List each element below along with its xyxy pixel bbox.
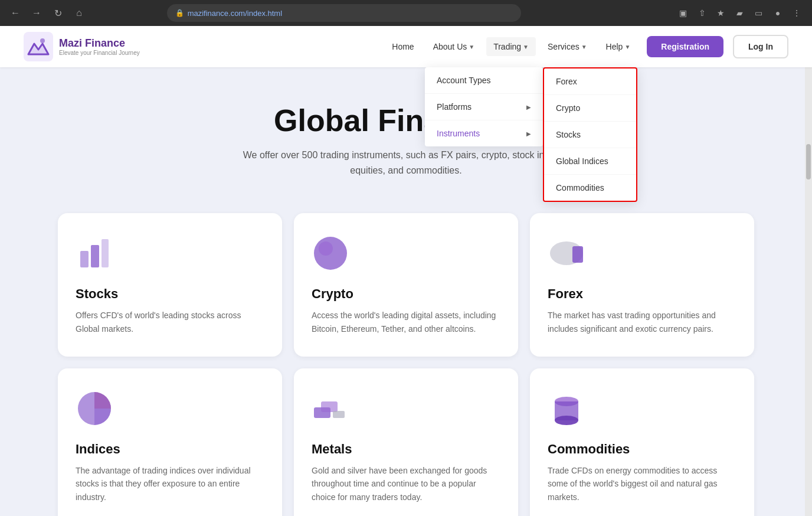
platforms-chevron: ▶ [526, 104, 531, 110]
reload-button[interactable]: ↻ [50, 5, 66, 21]
svg-rect-0 [24, 32, 53, 61]
profile-icon[interactable]: ● [770, 5, 786, 21]
stocks-icon [76, 234, 113, 272]
login-button[interactable]: Log In [733, 35, 788, 58]
dropdown-account-types[interactable]: Account Types [425, 67, 543, 94]
website: Mazi Finance Elevate your Financial Jour… [0, 26, 812, 516]
extensions-icon[interactable]: ▰ [732, 5, 748, 21]
stocks-title: Stocks [76, 286, 264, 302]
nav-links: Home About Us ▼ Trading ▼ Services ▼ Hel… [385, 35, 788, 58]
svg-point-1 [40, 38, 45, 43]
forex-icon [548, 234, 585, 272]
logo-name: Mazi Finance [59, 37, 140, 50]
lock-icon: 🔒 [175, 9, 184, 17]
submenu-crypto[interactable]: Crypto [544, 95, 636, 122]
svg-rect-2 [80, 251, 89, 267]
scrollbar[interactable] [805, 26, 812, 516]
logo[interactable]: Mazi Finance Elevate your Financial Jour… [24, 32, 140, 61]
metals-icon [312, 390, 349, 427]
forward-button[interactable]: → [28, 5, 45, 21]
submenu-commodities[interactable]: Commodities [544, 175, 636, 201]
card-metals: Metals Gold and silver have been exchang… [294, 368, 518, 516]
metals-title: Metals [312, 442, 500, 457]
layout-icon[interactable]: ▭ [751, 5, 767, 21]
commodities-desc: Trade CFDs on energy commodities to acce… [548, 464, 736, 504]
cards-grid: Stocks Offers CFD's of world's leading s… [22, 201, 790, 516]
trading-dropdown: Account Types Platforms ▶ Instruments ▶ [425, 67, 543, 146]
svg-rect-11 [321, 401, 338, 412]
card-crypto: Crypto Access the world's leading digita… [294, 213, 518, 357]
svg-rect-3 [91, 245, 99, 267]
hero-title: Global Financi...te [12, 103, 800, 138]
back-button[interactable]: ← [7, 5, 24, 21]
scrollbar-thumb[interactable] [806, 144, 811, 179]
forex-desc: The market has vast trading opportunitie… [548, 309, 736, 335]
crypto-title: Crypto [312, 286, 500, 302]
svg-rect-12 [333, 411, 345, 418]
metals-desc: Gold and silver have been exchanged for … [312, 464, 500, 504]
submenu-forex[interactable]: Forex [544, 68, 636, 95]
toolbar-icons: ▣ ⇧ ★ ▰ ▭ ● ⋮ [675, 5, 805, 21]
card-stocks: Stocks Offers CFD's of world's leading s… [58, 213, 282, 357]
crypto-icon [312, 234, 349, 272]
screenshot-icon[interactable]: ▣ [675, 5, 692, 21]
svg-point-6 [319, 241, 333, 256]
indices-icon [76, 390, 113, 427]
star-icon[interactable]: ★ [713, 5, 729, 21]
trading-chevron: ▼ [523, 44, 529, 50]
instruments-chevron: ▶ [526, 130, 531, 137]
card-forex: Forex The market has vast trading opport… [530, 213, 754, 357]
url-text: mazifinance.com/index.html [188, 9, 282, 18]
card-commodities: Commodities Trade CFDs on energy commodi… [530, 368, 754, 516]
share-icon[interactable]: ⇧ [694, 5, 711, 21]
home-button[interactable]: ⌂ [71, 5, 87, 21]
address-bar[interactable]: 🔒 mazifinance.com/index.html [167, 4, 521, 22]
dropdown-platforms[interactable]: Platforms ▶ [425, 94, 543, 120]
stocks-desc: Offers CFD's of world's leading stocks a… [76, 309, 264, 335]
submenu-global-indices[interactable]: Global Indices [544, 148, 636, 175]
card-indices: Indices The advantage of trading indices… [58, 368, 282, 516]
indices-title: Indices [76, 442, 264, 457]
navbar: Mazi Finance Elevate your Financial Jour… [0, 26, 812, 67]
dropdown-instruments[interactable]: Instruments ▶ [425, 120, 543, 146]
registration-button[interactable]: Registration [647, 36, 723, 57]
crypto-desc: Access the world's leading digital asset… [312, 309, 500, 335]
help-chevron: ▼ [624, 44, 630, 50]
hero-subtitle: We offer over 500 trading instruments, s… [229, 148, 583, 178]
nav-about[interactable]: About Us ▼ [426, 37, 482, 56]
submenu-stocks[interactable]: Stocks [544, 122, 636, 148]
commodities-icon [548, 390, 585, 427]
menu-icon[interactable]: ⋮ [788, 5, 805, 21]
instruments-submenu: Forex Crypto Stocks Global Indices Commo… [543, 67, 637, 202]
forex-title: Forex [548, 286, 736, 302]
nav-help[interactable]: Help ▼ [599, 37, 638, 56]
svg-rect-8 [572, 246, 583, 263]
logo-text: Mazi Finance Elevate your Financial Jour… [59, 37, 140, 56]
nav-home[interactable]: Home [385, 37, 421, 56]
commodities-title: Commodities [548, 442, 736, 457]
services-chevron: ▼ [581, 44, 587, 50]
logo-icon [24, 32, 53, 61]
nav-services[interactable]: Services ▼ [541, 37, 594, 56]
nav-trading[interactable]: Trading ▼ [486, 37, 536, 56]
about-chevron: ▼ [469, 44, 474, 50]
browser-chrome: ← → ↻ ⌂ 🔒 mazifinance.com/index.html ▣ ⇧… [0, 0, 812, 26]
hero-section: Global Financi...te We offer over 500 tr… [0, 67, 812, 201]
svg-rect-4 [102, 239, 109, 267]
svg-point-15 [555, 416, 578, 425]
indices-desc: The advantage of trading indices over in… [76, 464, 264, 504]
logo-tagline: Elevate your Financial Journey [59, 50, 140, 56]
